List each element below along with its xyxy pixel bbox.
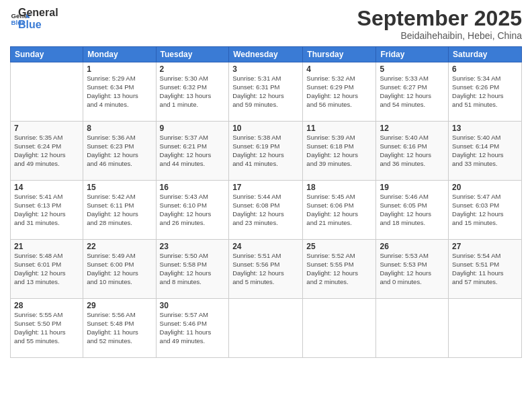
- calendar-cell: 5Sunrise: 5:33 AMSunset: 6:27 PMDaylight…: [376, 62, 449, 122]
- calendar-cell: 22Sunrise: 5:49 AMSunset: 6:00 PMDayligh…: [83, 240, 156, 299]
- day-info: Sunrise: 5:51 AMSunset: 5:56 PMDaylight:…: [232, 252, 299, 286]
- day-number: 23: [160, 242, 226, 251]
- calendar-cell: 15Sunrise: 5:42 AMSunset: 6:11 PMDayligh…: [83, 181, 156, 240]
- calendar-cell: [449, 299, 522, 358]
- day-number: 14: [14, 183, 79, 192]
- logo-blue: Blue: [18, 19, 58, 31]
- calendar-week-4: 21Sunrise: 5:48 AMSunset: 6:01 PMDayligh…: [11, 240, 522, 299]
- calendar-cell: 1Sunrise: 5:29 AMSunset: 6:34 PMDaylight…: [83, 62, 156, 122]
- day-info: Sunrise: 5:31 AMSunset: 6:31 PMDaylight:…: [232, 75, 299, 109]
- calendar-cell: 16Sunrise: 5:43 AMSunset: 6:10 PMDayligh…: [156, 181, 229, 240]
- calendar-cell: 10Sunrise: 5:38 AMSunset: 6:19 PMDayligh…: [229, 122, 303, 181]
- day-info: Sunrise: 5:56 AMSunset: 5:48 PMDaylight:…: [87, 311, 152, 345]
- calendar-cell: 9Sunrise: 5:37 AMSunset: 6:21 PMDaylight…: [156, 122, 229, 181]
- day-info: Sunrise: 5:57 AMSunset: 5:46 PMDaylight:…: [160, 311, 226, 345]
- day-number: 9: [160, 124, 226, 133]
- day-number: 22: [87, 242, 152, 251]
- calendar-week-2: 7Sunrise: 5:35 AMSunset: 6:24 PMDaylight…: [11, 122, 522, 181]
- day-info: Sunrise: 5:38 AMSunset: 6:19 PMDaylight:…: [232, 134, 299, 168]
- day-number: 24: [232, 242, 299, 251]
- calendar-cell: 25Sunrise: 5:52 AMSunset: 5:55 PMDayligh…: [303, 240, 376, 299]
- calendar-cell: 4Sunrise: 5:32 AMSunset: 6:29 PMDaylight…: [303, 62, 376, 122]
- day-info: Sunrise: 5:49 AMSunset: 6:00 PMDaylight:…: [87, 252, 152, 286]
- calendar-cell: 13Sunrise: 5:40 AMSunset: 6:14 PMDayligh…: [449, 122, 522, 181]
- calendar-week-1: 1Sunrise: 5:29 AMSunset: 6:34 PMDaylight…: [11, 62, 522, 122]
- day-info: Sunrise: 5:45 AMSunset: 6:06 PMDaylight:…: [306, 193, 372, 227]
- col-header-friday: Friday: [376, 47, 449, 62]
- day-info: Sunrise: 5:48 AMSunset: 6:01 PMDaylight:…: [14, 252, 79, 286]
- calendar-cell: 30Sunrise: 5:57 AMSunset: 5:46 PMDayligh…: [156, 299, 229, 358]
- calendar-body: 1Sunrise: 5:29 AMSunset: 6:34 PMDaylight…: [11, 62, 522, 358]
- calendar-cell: 7Sunrise: 5:35 AMSunset: 6:24 PMDaylight…: [11, 122, 83, 181]
- logo: General Blue General Blue: [10, 7, 58, 30]
- day-number: 21: [14, 242, 79, 251]
- day-number: 12: [380, 124, 445, 133]
- day-number: 4: [306, 64, 372, 74]
- calendar-cell: 23Sunrise: 5:50 AMSunset: 5:58 PMDayligh…: [156, 240, 229, 299]
- day-info: Sunrise: 5:40 AMSunset: 6:14 PMDaylight:…: [452, 134, 518, 168]
- day-number: 18: [306, 183, 372, 192]
- day-info: Sunrise: 5:34 AMSunset: 6:26 PMDaylight:…: [452, 75, 518, 109]
- calendar-header-row: SundayMondayTuesdayWednesdayThursdayFrid…: [11, 47, 522, 62]
- calendar-cell: 17Sunrise: 5:44 AMSunset: 6:08 PMDayligh…: [229, 181, 303, 240]
- calendar-cell: 21Sunrise: 5:48 AMSunset: 6:01 PMDayligh…: [11, 240, 83, 299]
- day-number: 10: [232, 124, 299, 133]
- calendar-cell: [11, 62, 83, 122]
- calendar-cell: 19Sunrise: 5:46 AMSunset: 6:05 PMDayligh…: [376, 181, 449, 240]
- day-info: Sunrise: 5:35 AMSunset: 6:24 PMDaylight:…: [14, 134, 79, 168]
- day-info: Sunrise: 5:40 AMSunset: 6:16 PMDaylight:…: [380, 134, 445, 168]
- day-info: Sunrise: 5:53 AMSunset: 5:53 PMDaylight:…: [380, 252, 445, 286]
- calendar-table: SundayMondayTuesdayWednesdayThursdayFrid…: [10, 46, 522, 358]
- calendar-cell: 20Sunrise: 5:47 AMSunset: 6:03 PMDayligh…: [449, 181, 522, 240]
- day-number: 13: [452, 124, 518, 133]
- page-header: General Blue General Blue September 2025…: [10, 7, 522, 41]
- logo-general: General: [18, 7, 58, 19]
- col-header-monday: Monday: [83, 47, 156, 62]
- day-info: Sunrise: 5:50 AMSunset: 5:58 PMDaylight:…: [160, 252, 226, 286]
- day-info: Sunrise: 5:52 AMSunset: 5:55 PMDaylight:…: [306, 252, 372, 286]
- day-info: Sunrise: 5:32 AMSunset: 6:29 PMDaylight:…: [306, 75, 372, 109]
- day-info: Sunrise: 5:37 AMSunset: 6:21 PMDaylight:…: [160, 134, 226, 168]
- day-number: 29: [87, 301, 152, 310]
- calendar-cell: [229, 299, 303, 358]
- day-number: 17: [232, 183, 299, 192]
- calendar-cell: 2Sunrise: 5:30 AMSunset: 6:32 PMDaylight…: [156, 62, 229, 122]
- day-info: Sunrise: 5:30 AMSunset: 6:32 PMDaylight:…: [160, 75, 226, 109]
- col-header-sunday: Sunday: [11, 47, 83, 62]
- calendar-cell: 27Sunrise: 5:54 AMSunset: 5:51 PMDayligh…: [449, 240, 522, 299]
- calendar-cell: 12Sunrise: 5:40 AMSunset: 6:16 PMDayligh…: [376, 122, 449, 181]
- day-info: Sunrise: 5:39 AMSunset: 6:18 PMDaylight:…: [306, 134, 372, 168]
- day-number: 28: [14, 301, 79, 310]
- calendar-cell: 6Sunrise: 5:34 AMSunset: 6:26 PMDaylight…: [449, 62, 522, 122]
- calendar-cell: 18Sunrise: 5:45 AMSunset: 6:06 PMDayligh…: [303, 181, 376, 240]
- day-number: 16: [160, 183, 226, 192]
- day-info: Sunrise: 5:47 AMSunset: 6:03 PMDaylight:…: [452, 193, 518, 227]
- calendar-cell: 29Sunrise: 5:56 AMSunset: 5:48 PMDayligh…: [83, 299, 156, 358]
- day-number: 7: [14, 124, 79, 133]
- day-info: Sunrise: 5:44 AMSunset: 6:08 PMDaylight:…: [232, 193, 299, 227]
- day-number: 8: [87, 124, 152, 133]
- day-info: Sunrise: 5:33 AMSunset: 6:27 PMDaylight:…: [380, 75, 445, 109]
- calendar-cell: 11Sunrise: 5:39 AMSunset: 6:18 PMDayligh…: [303, 122, 376, 181]
- col-header-saturday: Saturday: [449, 47, 522, 62]
- day-number: 3: [232, 64, 299, 74]
- calendar-cell: 14Sunrise: 5:41 AMSunset: 6:13 PMDayligh…: [11, 181, 83, 240]
- calendar-cell: [376, 299, 449, 358]
- calendar-cell: 26Sunrise: 5:53 AMSunset: 5:53 PMDayligh…: [376, 240, 449, 299]
- day-info: Sunrise: 5:41 AMSunset: 6:13 PMDaylight:…: [14, 193, 79, 227]
- calendar-cell: 28Sunrise: 5:55 AMSunset: 5:50 PMDayligh…: [11, 299, 83, 358]
- col-header-wednesday: Wednesday: [229, 47, 303, 62]
- calendar-cell: 24Sunrise: 5:51 AMSunset: 5:56 PMDayligh…: [229, 240, 303, 299]
- day-number: 1: [87, 64, 152, 74]
- day-info: Sunrise: 5:55 AMSunset: 5:50 PMDaylight:…: [14, 311, 79, 345]
- day-number: 26: [380, 242, 445, 251]
- calendar-week-5: 28Sunrise: 5:55 AMSunset: 5:50 PMDayligh…: [11, 299, 522, 358]
- day-number: 30: [160, 301, 226, 310]
- calendar-cell: 3Sunrise: 5:31 AMSunset: 6:31 PMDaylight…: [229, 62, 303, 122]
- day-number: 20: [452, 183, 518, 192]
- day-number: 6: [452, 64, 518, 74]
- calendar-cell: [303, 299, 376, 358]
- day-info: Sunrise: 5:43 AMSunset: 6:10 PMDaylight:…: [160, 193, 226, 227]
- title-block: September 2025 Beidaihehaibin, Hebei, Ch…: [357, 7, 522, 41]
- location-subtitle: Beidaihehaibin, Hebei, China: [357, 30, 522, 41]
